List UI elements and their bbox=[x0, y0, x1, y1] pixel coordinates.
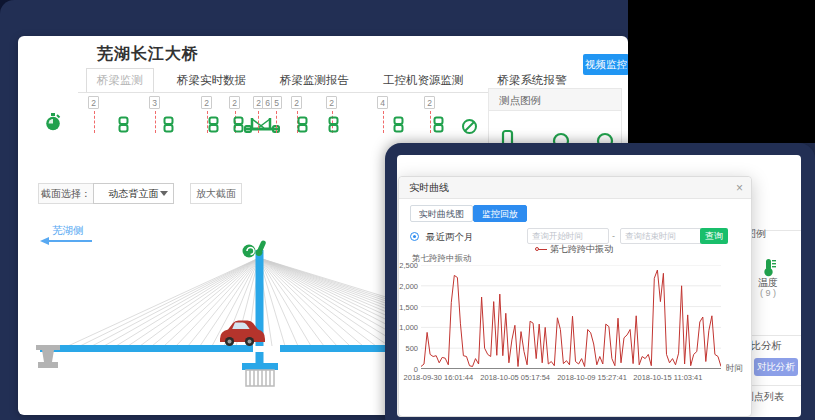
x-tick-label: 2018-10-15 11:03:41 bbox=[633, 373, 702, 382]
modal-header: 实时曲线 × bbox=[399, 177, 751, 199]
legend-marker-icon bbox=[529, 246, 547, 253]
alarm-dash-line bbox=[94, 111, 95, 133]
legend-panel-title: 测点图例 bbox=[489, 89, 621, 111]
sensor-count-badge: 2 bbox=[88, 96, 99, 109]
tab-2[interactable]: 桥梁实时数据 bbox=[177, 73, 246, 88]
query-start-time-input[interactable] bbox=[527, 228, 609, 244]
alarm-dash-line bbox=[155, 111, 156, 133]
modal-tab-2[interactable]: 监控回放 bbox=[473, 205, 527, 222]
radio-last-two-months[interactable] bbox=[410, 232, 419, 241]
chart-y-axis-title: 第七跨跨中振动 bbox=[412, 253, 472, 265]
sensor-count-badge: 2 bbox=[201, 96, 212, 109]
y-tick-label: 500 bbox=[398, 344, 418, 353]
x-tick-label: 2018-10-05 05:17:54 bbox=[480, 373, 550, 382]
detail-window-frame: 图例 温度 ( 9 ) 对比分析 对比分析 监测点列表 实时曲线 × 实时曲线图… bbox=[385, 143, 815, 420]
chain-sensor-icon[interactable] bbox=[433, 116, 444, 137]
y-tick-label: 2,000 bbox=[398, 282, 418, 291]
time-range-separator: - bbox=[612, 228, 615, 244]
alarm-dash-line bbox=[430, 111, 431, 133]
direction-arrow-icon bbox=[48, 240, 92, 242]
query-end-time-input[interactable] bbox=[620, 228, 702, 244]
compare-analysis-button[interactable]: 对比分析 bbox=[754, 358, 798, 376]
section-select-label: 截面选择： bbox=[38, 183, 94, 204]
sensor-count: ( 9 ) bbox=[748, 288, 788, 298]
x-tick-label: 2018-09-30 16:01:44 bbox=[404, 373, 474, 382]
realtime-curve-modal: 实时曲线 × 实时曲线图监控回放 最近两个月 - 查询 第七跨跨中振动 第七跨跨… bbox=[398, 176, 752, 417]
tab-1[interactable]: 桥梁监测 bbox=[86, 68, 154, 93]
section-select-dropdown[interactable]: 动态背立面 bbox=[93, 183, 174, 204]
direction-label: 芜湖侧 bbox=[52, 224, 84, 238]
tab-3[interactable]: 桥梁监测报告 bbox=[280, 73, 349, 88]
detail-window-page: 图例 温度 ( 9 ) 对比分析 对比分析 监测点列表 实时曲线 × 实时曲线图… bbox=[397, 155, 801, 417]
sensor-count-badge: 4 bbox=[377, 96, 388, 109]
screen: 芜湖长江大桥 桥梁监测桥梁实时数据桥梁监测报告工控机资源监测桥梁系统报警 视频监… bbox=[0, 0, 815, 420]
modal-title: 实时曲线 bbox=[409, 177, 449, 199]
y-tick-label: 2,500 bbox=[398, 261, 418, 270]
chart-plot-area bbox=[421, 265, 721, 369]
chain-sensor-icon[interactable] bbox=[393, 116, 404, 137]
thermometer-icon[interactable] bbox=[760, 258, 777, 277]
close-icon[interactable]: × bbox=[736, 177, 743, 199]
modal-tab-bar: 实时曲线图监控回放 bbox=[410, 205, 527, 222]
chevron-down-icon bbox=[160, 191, 168, 196]
chain-sensor-icon[interactable] bbox=[297, 116, 308, 137]
chain-sensor-icon[interactable] bbox=[118, 116, 129, 137]
tab-4[interactable]: 工控机资源监测 bbox=[383, 73, 464, 88]
no-entry-icon[interactable] bbox=[461, 118, 478, 135]
chain-sensor-icon[interactable] bbox=[208, 116, 219, 137]
sensor-count-badge: 2 bbox=[424, 96, 435, 109]
bridge-sensor-icon[interactable] bbox=[244, 115, 280, 134]
alarm-dash-line bbox=[383, 111, 384, 133]
section-select-value: 动态背立面 bbox=[109, 188, 159, 199]
chain-sensor-icon[interactable] bbox=[163, 116, 174, 137]
tab-5[interactable]: 桥梁系统报警 bbox=[498, 73, 567, 88]
chain-sensor-icon[interactable] bbox=[328, 116, 339, 137]
sensor-count-badge: 3 bbox=[149, 96, 160, 109]
sensor-count-badge: 2 bbox=[326, 96, 337, 109]
modal-tab-1[interactable]: 实时曲线图 bbox=[410, 205, 473, 222]
query-button[interactable]: 查询 bbox=[700, 228, 728, 244]
x-tick-label: 2018-10-09 15:27:41 bbox=[557, 373, 627, 382]
chart-x-axis-name: 时间 bbox=[726, 363, 743, 375]
y-tick-label: 1,000 bbox=[398, 323, 418, 332]
sensor-count-badge: 2 bbox=[291, 96, 302, 109]
y-tick-label: 1,500 bbox=[398, 303, 418, 312]
zoom-section-button[interactable]: 放大截面 bbox=[190, 183, 242, 204]
alarm-dash-line bbox=[276, 111, 277, 133]
sensor-count-badge: 2 bbox=[229, 96, 240, 109]
redacted-region bbox=[628, 0, 815, 143]
stopwatch-icon[interactable] bbox=[44, 112, 62, 132]
chain-sensor-icon[interactable] bbox=[233, 116, 244, 137]
page-title: 芜湖长江大桥 bbox=[97, 44, 199, 65]
sensor-count-badge: 5 bbox=[271, 96, 282, 109]
alarm-dash-line bbox=[258, 111, 259, 133]
video-monitor-button[interactable]: 视频监控 bbox=[583, 54, 629, 75]
